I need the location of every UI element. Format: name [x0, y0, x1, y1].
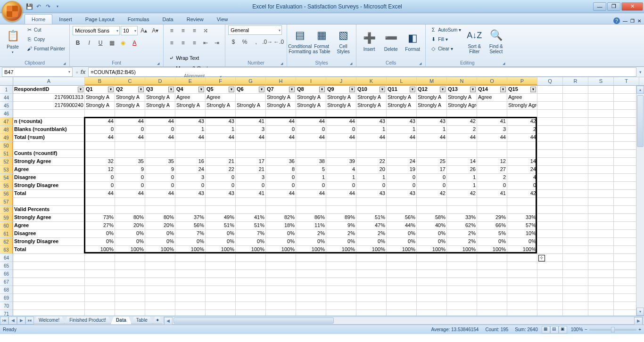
- cell[interactable]: 20: [356, 166, 387, 174]
- cell[interactable]: 44: [296, 190, 326, 198]
- cell[interactable]: [417, 310, 447, 316]
- cell[interactable]: [175, 206, 206, 214]
- worksheet-grid[interactable]: ABCDEFGHIJKLMNOPQRST 1444546474849505152…: [0, 77, 644, 316]
- horizontal-scrollbar[interactable]: ◀ ▶: [164, 317, 643, 325]
- cell[interactable]: 0: [85, 126, 115, 134]
- cell[interactable]: Q6: [236, 86, 266, 94]
- cell[interactable]: 0: [85, 174, 115, 182]
- align-bottom-icon[interactable]: ≡: [189, 25, 199, 36]
- cell[interactable]: Blanks (=countblank): [13, 126, 85, 134]
- cell[interactable]: 43: [417, 118, 447, 126]
- cell[interactable]: 2%: [356, 230, 387, 238]
- cell[interactable]: 1: [356, 174, 387, 182]
- copy-button[interactable]: ⎘Copy: [25, 35, 66, 43]
- cell[interactable]: 0: [417, 182, 447, 190]
- cell[interactable]: 0: [387, 174, 417, 182]
- cell[interactable]: [236, 254, 266, 262]
- cell[interactable]: Q13: [447, 86, 477, 94]
- cell[interactable]: [588, 238, 614, 246]
- cell[interactable]: [614, 270, 639, 278]
- column-header-G[interactable]: G: [236, 77, 266, 85]
- cell[interactable]: [387, 110, 417, 118]
- cell[interactable]: [507, 150, 537, 158]
- align-middle-icon[interactable]: ≡: [178, 25, 188, 36]
- cell[interactable]: [614, 174, 639, 182]
- cell[interactable]: [206, 206, 236, 214]
- cell[interactable]: 4: [507, 174, 537, 182]
- cell[interactable]: [206, 254, 236, 262]
- cell[interactable]: [614, 206, 639, 214]
- cell[interactable]: 0: [236, 182, 266, 190]
- cell[interactable]: [266, 302, 296, 310]
- cell[interactable]: [175, 142, 206, 150]
- cell[interactable]: 44: [507, 134, 537, 142]
- cell[interactable]: 43: [356, 190, 387, 198]
- cell[interactable]: [13, 302, 85, 310]
- cell[interactable]: 0%: [145, 230, 175, 238]
- cell[interactable]: [563, 310, 588, 316]
- cell[interactable]: 0: [266, 182, 296, 190]
- cell[interactable]: [537, 158, 563, 166]
- cell[interactable]: [115, 270, 145, 278]
- cell[interactable]: [417, 278, 447, 286]
- cell[interactable]: 44: [326, 118, 356, 126]
- cell[interactable]: [447, 110, 477, 118]
- cell[interactable]: [13, 142, 85, 150]
- cell[interactable]: [145, 294, 175, 302]
- cell[interactable]: [145, 150, 175, 158]
- cell[interactable]: [206, 150, 236, 158]
- cell[interactable]: [447, 294, 477, 302]
- cell[interactable]: [447, 286, 477, 294]
- row-header-63[interactable]: 63: [0, 246, 13, 254]
- cell[interactable]: [266, 110, 296, 118]
- cell[interactable]: [563, 254, 588, 262]
- cell[interactable]: [537, 86, 563, 94]
- paste-button[interactable]: 📋 Paste ▾: [3, 25, 23, 57]
- autosum-button[interactable]: ΣAutoSum ▾: [429, 25, 462, 34]
- cell[interactable]: 2%: [447, 238, 477, 246]
- restore-workbook-icon[interactable]: ❐: [630, 18, 635, 24]
- row-header-56[interactable]: 56: [0, 190, 13, 198]
- cell[interactable]: 8: [266, 166, 296, 174]
- cell[interactable]: Disagree: [13, 174, 85, 182]
- underline-button[interactable]: U: [95, 38, 106, 48]
- cell[interactable]: [85, 262, 115, 270]
- italic-button[interactable]: I: [84, 38, 94, 48]
- cell[interactable]: [387, 206, 417, 214]
- column-header-L[interactable]: L: [387, 77, 417, 85]
- cell[interactable]: 47%: [356, 222, 387, 230]
- cell[interactable]: 1: [206, 126, 236, 134]
- cell[interactable]: [266, 254, 296, 262]
- cell[interactable]: [175, 254, 206, 262]
- font-size-combo[interactable]: 10: [121, 26, 138, 35]
- cell[interactable]: Q10: [356, 86, 387, 94]
- cell[interactable]: [145, 254, 175, 262]
- cell[interactable]: [175, 278, 206, 286]
- cell[interactable]: [588, 246, 614, 254]
- redo-icon[interactable]: ↷: [44, 3, 52, 10]
- bold-button[interactable]: B: [73, 38, 83, 48]
- cell[interactable]: [206, 310, 236, 316]
- cell[interactable]: 0: [326, 182, 356, 190]
- cell[interactable]: [477, 142, 507, 150]
- clear-button[interactable]: ◇Clear ▾: [429, 44, 462, 53]
- cell[interactable]: [447, 270, 477, 278]
- cell[interactable]: [236, 206, 266, 214]
- cell[interactable]: [356, 278, 387, 286]
- cell[interactable]: 5%: [477, 230, 507, 238]
- cell[interactable]: 43: [206, 118, 236, 126]
- cell[interactable]: [588, 222, 614, 230]
- cell[interactable]: [326, 302, 356, 310]
- cell[interactable]: 100%: [447, 246, 477, 254]
- cell[interactable]: [417, 262, 447, 270]
- cell[interactable]: [145, 142, 175, 150]
- cell[interactable]: [588, 94, 614, 102]
- cell[interactable]: [175, 262, 206, 270]
- align-top-icon[interactable]: ≡: [166, 25, 177, 36]
- cell[interactable]: [387, 310, 417, 316]
- cell[interactable]: Strongly A: [417, 94, 447, 102]
- cell[interactable]: Total: [13, 190, 85, 198]
- cancel-formula-icon[interactable]: ●: [75, 69, 79, 75]
- cell[interactable]: [115, 198, 145, 206]
- cell[interactable]: [236, 150, 266, 158]
